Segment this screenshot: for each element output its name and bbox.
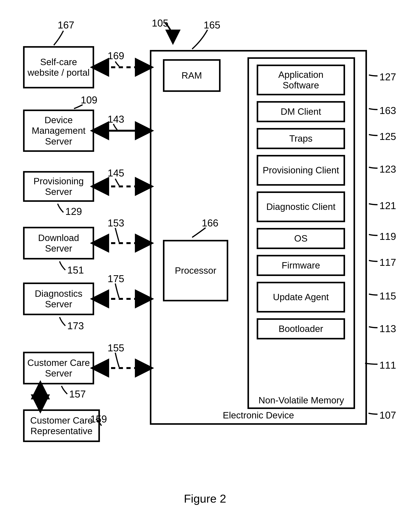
ref-dm-link: 143 bbox=[108, 114, 124, 125]
ref-diag-client: 121 bbox=[380, 200, 396, 211]
dm-server-box: Device Management Server bbox=[23, 110, 94, 152]
processor-label: Processor bbox=[175, 265, 216, 276]
diag-server-label: Diagnostics Server bbox=[26, 288, 91, 309]
download-server-box: Download Server bbox=[23, 227, 94, 259]
ref-download-server: 151 bbox=[67, 264, 84, 276]
ram-box: RAM bbox=[163, 59, 221, 92]
bootloader-label: Bootloader bbox=[279, 323, 323, 334]
prov-server-label: Provisioning Server bbox=[26, 176, 91, 197]
ref-prov-link: 145 bbox=[108, 167, 124, 179]
ref-nvm: 111 bbox=[380, 359, 396, 371]
ref-dm-client: 163 bbox=[380, 105, 396, 116]
cc-server-label: Customer Care Server bbox=[26, 358, 91, 379]
ref-prov-server: 129 bbox=[65, 206, 82, 217]
cc-rep-box: Customer Care Representative bbox=[23, 409, 100, 442]
ref-bootloader: 113 bbox=[380, 323, 396, 334]
selfcare-label: Self-care website / portal bbox=[26, 57, 91, 78]
traps-box: Traps bbox=[257, 128, 345, 149]
nvm-box: Non-Volatile Memory Application Software… bbox=[247, 57, 355, 409]
cc-server-box: Customer Care Server bbox=[23, 352, 94, 384]
ref-update-agent: 115 bbox=[380, 290, 396, 302]
os-box: OS bbox=[257, 228, 345, 249]
electronic-device-title: Electronic Device bbox=[151, 410, 365, 420]
ref-cc-link: 155 bbox=[108, 342, 124, 354]
diagram-page: Self-care website / portal Device Manage… bbox=[0, 0, 410, 532]
prov-client-label: Provisioning Client bbox=[263, 165, 339, 175]
ref-traps: 125 bbox=[380, 131, 396, 142]
dm-server-label: Device Management Server bbox=[26, 115, 91, 147]
traps-label: Traps bbox=[289, 133, 313, 144]
ref-firmware: 117 bbox=[380, 256, 396, 268]
ref-cc-rep: 159 bbox=[90, 413, 107, 425]
prov-client-box: Provisioning Client bbox=[257, 155, 345, 186]
os-label: OS bbox=[294, 233, 308, 244]
ref-diagram: 105 bbox=[152, 17, 168, 29]
ref-prov-client: 123 bbox=[380, 163, 396, 175]
ref-selfcare: 167 bbox=[58, 19, 74, 31]
processor-box: Processor bbox=[163, 240, 228, 301]
prov-server-box: Provisioning Server bbox=[23, 171, 94, 202]
download-server-label: Download Server bbox=[26, 233, 91, 254]
ref-os: 119 bbox=[380, 231, 396, 242]
diag-client-label: Diagnostic Client bbox=[266, 201, 335, 212]
ref-dm-server: 109 bbox=[81, 94, 97, 106]
app-software-box: Application Software bbox=[257, 65, 345, 95]
selfcare-box: Self-care website / portal bbox=[23, 46, 94, 88]
ref-app-sw: 127 bbox=[380, 71, 396, 83]
update-agent-box: Update Agent bbox=[257, 282, 345, 313]
ref-diag-server: 173 bbox=[67, 320, 84, 332]
ram-label: RAM bbox=[182, 70, 202, 81]
app-software-label: Application Software bbox=[260, 69, 342, 91]
nvm-title: Non-Volatile Memory bbox=[249, 395, 354, 406]
update-agent-label: Update Agent bbox=[273, 292, 329, 302]
ref-ram: 165 bbox=[204, 19, 220, 31]
cc-rep-label: Customer Care Representative bbox=[26, 415, 97, 436]
ref-processor: 166 bbox=[202, 217, 218, 229]
firmware-label: Firmware bbox=[282, 260, 320, 271]
ref-download-link: 153 bbox=[108, 217, 124, 229]
figure-caption: Figure 2 bbox=[184, 492, 226, 505]
diag-client-box: Diagnostic Client bbox=[257, 191, 345, 222]
ref-cc-server: 157 bbox=[69, 388, 86, 400]
firmware-box: Firmware bbox=[257, 255, 345, 276]
electronic-device-box: Electronic Device RAM Processor Non-Vola… bbox=[150, 50, 367, 425]
ref-device: 107 bbox=[380, 409, 396, 421]
dm-client-box: DM Client bbox=[257, 101, 345, 122]
bootloader-box: Bootloader bbox=[257, 318, 345, 339]
diag-server-box: Diagnostics Server bbox=[23, 283, 94, 315]
dm-client-label: DM Client bbox=[281, 106, 321, 117]
ref-diag-link: 175 bbox=[108, 273, 124, 285]
ref-selfcare-link: 169 bbox=[108, 50, 124, 61]
